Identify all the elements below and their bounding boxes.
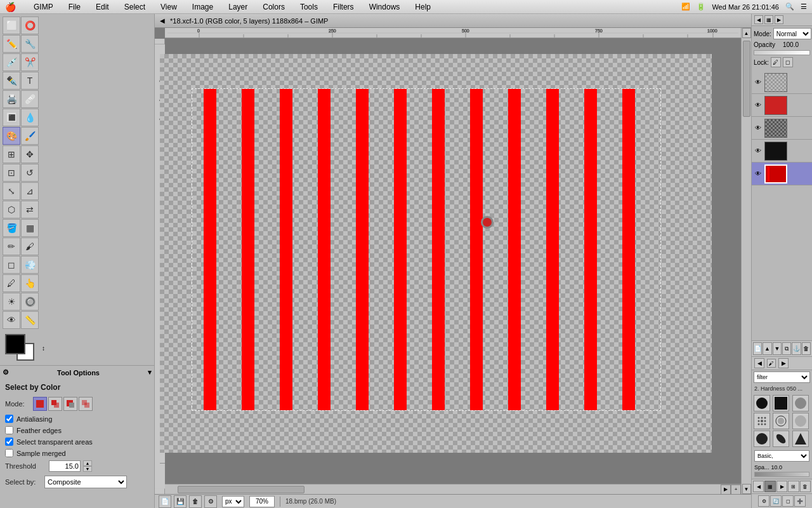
layer-item-1[interactable]: 👁	[752, 71, 812, 94]
mode-replace[interactable]	[33, 397, 47, 411]
menu-file[interactable]: File	[66, 3, 83, 11]
panel-next-btn[interactable]: ▶	[775, 15, 783, 24]
brush-item-3[interactable]	[792, 395, 809, 411]
layer-visibility-1[interactable]: 👁	[753, 77, 763, 88]
lock-pixels-btn[interactable]: 🖊	[771, 57, 781, 67]
tool-ellipse-select[interactable]: ⭕	[21, 17, 39, 34]
brush-item-4[interactable]	[754, 413, 770, 429]
tool-perspective[interactable]: ⬡	[3, 201, 20, 218]
apple-menu[interactable]: 🍎	[5, 2, 16, 12]
brushes-tb-5[interactable]: 🗑	[800, 481, 811, 492]
tool-align[interactable]: ⊞	[3, 145, 20, 163]
layer-visibility-2[interactable]: 👁	[753, 100, 763, 110]
trash-icon[interactable]: 🗑	[189, 495, 202, 508]
tool-text[interactable]: T	[21, 72, 39, 90]
mode-add[interactable]	[48, 397, 62, 411]
tool-crop[interactable]: ⊡	[3, 164, 20, 182]
menu-help[interactable]: Help	[412, 3, 433, 11]
tool-desaturate[interactable]: 🔘	[21, 293, 39, 311]
sample-merged-checkbox[interactable]	[5, 449, 13, 457]
tool-scale[interactable]: ⤡	[3, 182, 20, 200]
layer-visibility-3[interactable]: 👁	[753, 123, 763, 133]
brushes-tb-1[interactable]: ◀	[753, 481, 764, 492]
scrollbar-thumb-v[interactable]	[743, 41, 750, 117]
tool-clone[interactable]: 🖨️	[3, 90, 20, 108]
layer-delete-btn[interactable]: 🗑	[802, 342, 811, 355]
extra-tb-2[interactable]: 🔄	[770, 495, 782, 507]
tool-smudge[interactable]: 👆	[21, 274, 39, 292]
foreground-color[interactable]	[5, 334, 25, 354]
save-icon[interactable]: 💾	[174, 495, 187, 508]
panel-layer-icon[interactable]: ▦	[764, 15, 773, 24]
tool-perspective-clone[interactable]: 🔳	[3, 109, 20, 126]
tool-red-eye[interactable]: 👁	[3, 311, 20, 329]
vertical-scrollbar[interactable]: ▲ ▼	[741, 28, 751, 494]
brushes-tb-3[interactable]: ▶	[776, 481, 787, 492]
brushes-next-btn[interactable]: ▶	[778, 358, 789, 368]
tool-rotate[interactable]: ↺	[21, 164, 39, 182]
scroll-up-btn[interactable]: ▲	[742, 28, 751, 38]
menu-tools[interactable]: Tools	[298, 3, 320, 11]
brush-item-6[interactable]	[792, 413, 809, 429]
brushes-filter-dropdown[interactable]: filter	[754, 371, 810, 383]
layer-item-5[interactable]: 👁	[752, 163, 812, 185]
tool-blend[interactable]: ▦	[21, 219, 39, 237]
tool-rect-select[interactable]: ⬜	[3, 17, 20, 34]
layer-lower-btn[interactable]: ▼	[773, 342, 782, 355]
tool-convolve[interactable]: 💧	[21, 109, 39, 126]
brush-item-1[interactable]	[754, 395, 770, 411]
canvas-nav-arrow[interactable]: ◀	[160, 17, 165, 24]
extra-tb-3[interactable]: ◻	[782, 495, 794, 507]
unit-select[interactable]: px in cm	[222, 496, 244, 507]
menu-select[interactable]: Select	[122, 3, 148, 11]
tool-move[interactable]: ✥	[21, 145, 39, 163]
extra-tb-1[interactable]: ⚙	[758, 495, 769, 507]
scrollbar-thumb-h[interactable]	[178, 486, 304, 493]
tool-select-by-color[interactable]: 🎨	[3, 127, 20, 145]
tool-paths[interactable]: ✒️	[3, 72, 20, 90]
tool-options-collapse[interactable]: ▾	[148, 368, 152, 377]
tool-ink[interactable]: 🖊	[3, 274, 20, 292]
config-icon[interactable]: ⚙	[204, 495, 217, 508]
tool-shear[interactable]: ⊿	[21, 182, 39, 200]
layer-anchor-btn[interactable]: ⚓	[792, 342, 801, 355]
menu-colors[interactable]: Colors	[260, 3, 287, 11]
brush-item-9[interactable]	[792, 431, 809, 447]
lock-alpha-btn[interactable]: ◻	[783, 57, 793, 67]
menu-extras-icon[interactable]: ☰	[801, 3, 807, 11]
threshold-up[interactable]: ▲	[83, 460, 92, 466]
search-icon[interactable]: 🔍	[785, 3, 794, 11]
tool-flip[interactable]: ⇄	[21, 201, 39, 218]
brush-item-8[interactable]	[773, 431, 789, 447]
layer-raise-btn[interactable]: ▲	[763, 342, 771, 355]
extra-tb-4[interactable]: ➕	[794, 495, 806, 507]
tool-dodge-burn[interactable]: ☀	[3, 293, 20, 311]
menu-layer[interactable]: Layer	[226, 3, 250, 11]
brushes-tb-4[interactable]: ⊞	[788, 481, 799, 492]
menu-gimp[interactable]: GIMP	[31, 3, 56, 11]
brush-item-2[interactable]	[773, 395, 789, 411]
mode-intersect[interactable]	[79, 397, 93, 411]
opacity-slider[interactable]	[754, 50, 810, 55]
brush-item-5[interactable]	[773, 413, 789, 429]
menu-view[interactable]: View	[158, 3, 180, 11]
tool-pencil[interactable]: ✏	[3, 237, 20, 255]
feather-edges-checkbox[interactable]	[5, 426, 13, 434]
layer-duplicate-btn[interactable]: ⧉	[782, 342, 791, 355]
layer-item-3[interactable]: 👁	[752, 117, 812, 140]
layer-item-4[interactable]: 👁	[752, 140, 812, 163]
select-by-dropdown[interactable]: Composite Red Green Blue Alpha	[44, 476, 127, 488]
tool-heal[interactable]: 🩹	[21, 90, 39, 108]
brushes-category-dropdown[interactable]: Basic,	[754, 450, 809, 462]
threshold-input[interactable]	[49, 460, 81, 472]
spacing-slider[interactable]	[754, 472, 809, 477]
canvas-scroll-area[interactable]	[155, 38, 741, 484]
tool-foreground-select[interactable]: 🖌️	[21, 127, 39, 145]
tool-paintbrush[interactable]: 🖌	[21, 237, 39, 255]
scroll-down-btn[interactable]: ▼	[742, 484, 751, 494]
menu-windows[interactable]: Windows	[367, 3, 403, 11]
document-area[interactable]	[192, 88, 661, 411]
menu-edit[interactable]: Edit	[93, 3, 112, 11]
panel-prev-btn[interactable]: ◀	[754, 15, 763, 24]
select-transparent-checkbox[interactable]	[5, 438, 13, 446]
